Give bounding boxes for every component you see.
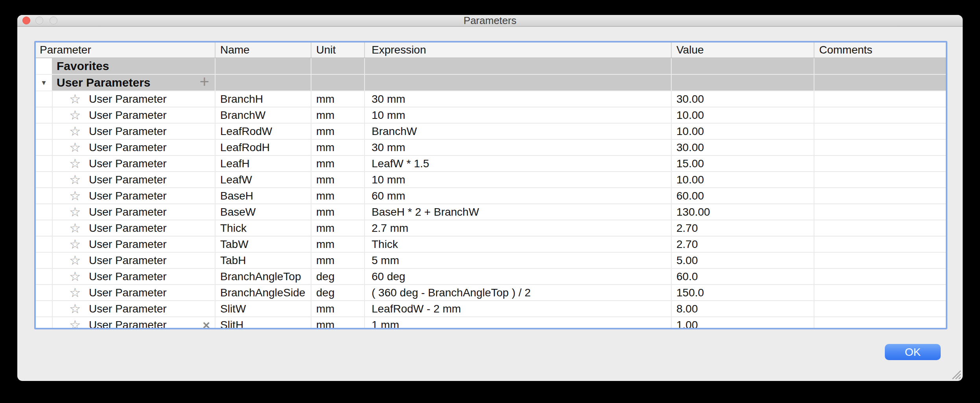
user-parameters-section-row[interactable]: ▼ User Parameters +: [36, 75, 946, 91]
name-cell[interactable]: BaseH: [215, 188, 311, 203]
parameter-type-cell[interactable]: ☆ User Parameter: [52, 285, 215, 300]
name-cell[interactable]: TabW: [215, 237, 311, 252]
comments-cell[interactable]: [814, 253, 946, 268]
ok-button[interactable]: OK: [885, 344, 941, 360]
unit-cell[interactable]: deg: [311, 285, 364, 300]
expression-cell[interactable]: LeafRodW - 2 mm: [364, 301, 671, 316]
parameter-type-cell[interactable]: ☆ User Parameter ×: [52, 317, 215, 329]
unit-cell[interactable]: mm: [311, 91, 364, 107]
comments-cell[interactable]: [814, 107, 946, 123]
parameter-type-cell[interactable]: ☆ User Parameter: [52, 204, 215, 220]
expression-cell[interactable]: ( 360 deg - BranchAngleTop ) / 2: [364, 285, 671, 300]
unit-cell[interactable]: mm: [311, 140, 364, 155]
favorite-star-icon[interactable]: ☆: [69, 222, 82, 235]
name-cell[interactable]: BranchH: [215, 91, 311, 107]
name-cell[interactable]: LeafRodH: [215, 140, 311, 155]
parameter-type-cell[interactable]: ☆ User Parameter: [52, 220, 215, 236]
name-cell[interactable]: SlitH: [215, 317, 311, 329]
expression-cell[interactable]: 10 mm: [364, 107, 671, 123]
unit-cell[interactable]: mm: [311, 172, 364, 187]
comments-cell[interactable]: [814, 140, 946, 155]
expression-cell[interactable]: 60 deg: [364, 269, 671, 284]
comments-cell[interactable]: [814, 156, 946, 171]
favorite-star-icon[interactable]: ☆: [69, 270, 82, 283]
expression-cell[interactable]: 1 mm: [364, 317, 671, 329]
comments-cell[interactable]: [814, 220, 946, 236]
name-cell[interactable]: LeafW: [215, 172, 311, 187]
parameter-type-cell[interactable]: ☆ User Parameter: [52, 301, 215, 316]
comments-cell[interactable]: [814, 188, 946, 203]
resize-grip-icon[interactable]: [951, 370, 962, 380]
parameter-type-cell[interactable]: ☆ User Parameter: [52, 172, 215, 187]
comments-cell[interactable]: [814, 204, 946, 220]
comments-cell[interactable]: [814, 285, 946, 300]
favorite-star-icon[interactable]: ☆: [69, 205, 82, 218]
parameter-type-cell[interactable]: ☆ User Parameter: [52, 140, 215, 155]
favorite-star-icon[interactable]: ☆: [69, 157, 82, 170]
parameter-type-cell[interactable]: ☆ User Parameter: [52, 188, 215, 203]
favorite-star-icon[interactable]: ☆: [69, 92, 82, 105]
expression-cell[interactable]: 60 mm: [364, 188, 671, 203]
unit-cell[interactable]: mm: [311, 107, 364, 123]
unit-cell[interactable]: mm: [311, 253, 364, 268]
expression-cell[interactable]: 30 mm: [364, 140, 671, 155]
parameter-type-cell[interactable]: ☆ User Parameter: [52, 91, 215, 107]
parameter-type-cell[interactable]: ☆ User Parameter: [52, 269, 215, 284]
comments-cell[interactable]: [814, 91, 946, 107]
name-cell[interactable]: Thick: [215, 220, 311, 236]
name-cell[interactable]: SlitW: [215, 301, 311, 316]
favorite-star-icon[interactable]: ☆: [69, 109, 82, 122]
unit-cell[interactable]: mm: [311, 156, 364, 171]
favorite-star-icon[interactable]: ☆: [69, 189, 82, 202]
unit-cell[interactable]: deg: [311, 269, 364, 284]
comments-cell[interactable]: [814, 301, 946, 316]
name-cell[interactable]: LeafH: [215, 156, 311, 171]
unit-cell[interactable]: mm: [311, 317, 364, 329]
favorite-star-icon[interactable]: ☆: [69, 318, 82, 329]
name-cell[interactable]: LeafRodW: [215, 124, 311, 139]
delete-parameter-icon[interactable]: ×: [203, 319, 210, 330]
parameter-type-cell[interactable]: ☆ User Parameter: [52, 124, 215, 139]
unit-cell[interactable]: mm: [311, 237, 364, 252]
favorite-star-icon[interactable]: ☆: [69, 254, 82, 267]
favorites-section-row[interactable]: Favorites: [36, 58, 946, 75]
comments-cell[interactable]: [814, 269, 946, 284]
unit-cell[interactable]: mm: [311, 188, 364, 203]
add-parameter-button[interactable]: +: [199, 82, 209, 83]
favorite-star-icon[interactable]: ☆: [69, 302, 82, 315]
name-cell[interactable]: BranchAngleSide: [215, 285, 311, 300]
collapse-triangle-icon[interactable]: ▼: [41, 79, 47, 86]
expression-cell[interactable]: 5 mm: [364, 253, 671, 268]
expression-cell[interactable]: 10 mm: [364, 172, 671, 187]
unit-cell[interactable]: mm: [311, 204, 364, 220]
name-cell[interactable]: BranchAngleTop: [215, 269, 311, 284]
expression-cell[interactable]: Thick: [364, 237, 671, 252]
name-cell[interactable]: BaseW: [215, 204, 311, 220]
expression-cell[interactable]: LeafW * 1.5: [364, 156, 671, 171]
parameter-type-cell[interactable]: ☆ User Parameter: [52, 253, 215, 268]
parameter-type-cell[interactable]: ☆ User Parameter: [52, 237, 215, 252]
unit-cell[interactable]: mm: [311, 220, 364, 236]
close-window-button[interactable]: [22, 17, 30, 24]
comments-cell[interactable]: [814, 317, 946, 329]
comments-cell[interactable]: [814, 124, 946, 139]
comments-cell[interactable]: [814, 172, 946, 187]
zoom-window-button[interactable]: [50, 17, 57, 24]
name-cell[interactable]: TabH: [215, 253, 311, 268]
minimize-window-button[interactable]: [35, 17, 43, 24]
parameter-type-cell[interactable]: ☆ User Parameter: [52, 107, 215, 123]
expression-cell[interactable]: 2.7 mm: [364, 220, 671, 236]
name-cell[interactable]: BranchW: [215, 107, 311, 123]
favorite-star-icon[interactable]: ☆: [69, 238, 82, 251]
expression-cell[interactable]: BranchW: [364, 124, 671, 139]
expression-cell[interactable]: 30 mm: [364, 91, 671, 107]
favorite-star-icon[interactable]: ☆: [69, 141, 82, 154]
unit-cell[interactable]: mm: [311, 301, 364, 316]
favorite-star-icon[interactable]: ☆: [69, 125, 82, 138]
favorite-star-icon[interactable]: ☆: [69, 173, 82, 186]
favorite-star-icon[interactable]: ☆: [69, 286, 82, 299]
expression-cell[interactable]: BaseH * 2 + BranchW: [364, 204, 671, 220]
parameter-type-cell[interactable]: ☆ User Parameter: [52, 156, 215, 171]
comments-cell[interactable]: [814, 237, 946, 252]
unit-cell[interactable]: mm: [311, 124, 364, 139]
